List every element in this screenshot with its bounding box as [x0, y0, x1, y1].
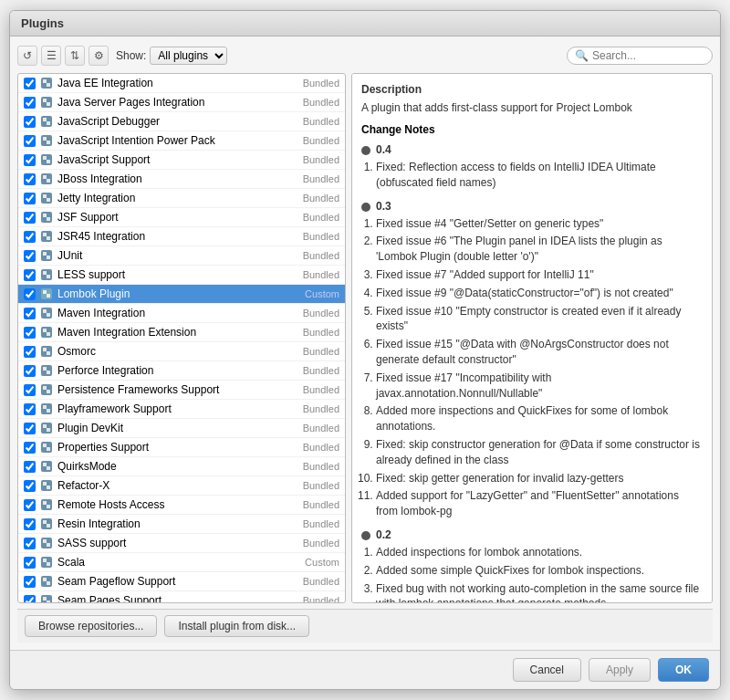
list-item[interactable]: Plugin DevKitBundled	[18, 419, 345, 438]
list-item[interactable]: Seam Pages SupportBundled	[18, 591, 345, 602]
sort-button[interactable]: ⇅	[65, 46, 85, 66]
plugin-type: Bundled	[303, 461, 339, 472]
list-item[interactable]: JSR45 IntegrationBundled	[18, 227, 345, 246]
list-item[interactable]: JavaScript DebuggerBundled	[18, 112, 345, 131]
list-item[interactable]: Jetty IntegrationBundled	[18, 189, 345, 208]
plugin-icon	[39, 76, 54, 90]
list-item[interactable]: JavaScript Intention Power PackBundled	[18, 131, 345, 151]
list-item[interactable]: Seam Pageflow SupportBundled	[18, 572, 345, 591]
plugin-name: Refactor-X	[57, 479, 299, 492]
plugin-type: Bundled	[303, 78, 339, 89]
list-item[interactable]: SASS supportBundled	[18, 534, 345, 553]
plugin-checkbox[interactable]	[24, 346, 36, 358]
list-item[interactable]: Perforce IntegrationBundled	[18, 361, 345, 381]
install-from-disk-button[interactable]: Install plugin from disk...	[164, 615, 309, 637]
plugin-checkbox[interactable]	[24, 595, 36, 603]
plugin-checkbox[interactable]	[24, 557, 36, 569]
plugin-name: LESS support	[57, 268, 299, 281]
plugin-checkbox[interactable]	[24, 154, 36, 166]
svg-rect-34	[43, 290, 47, 294]
plugin-checkbox[interactable]	[24, 327, 36, 339]
plugin-checkbox[interactable]	[24, 423, 36, 434]
version-dot	[361, 146, 370, 155]
list-item[interactable]: JSF SupportBundled	[18, 208, 345, 227]
plugin-checkbox[interactable]	[24, 518, 36, 530]
list-item[interactable]: Resin IntegrationBundled	[18, 515, 345, 534]
change-list-item: Fixed: skip constructor generation for @…	[376, 437, 703, 468]
plugin-checkbox[interactable]	[24, 97, 36, 109]
plugin-checkbox[interactable]	[24, 269, 36, 281]
svg-rect-68	[47, 505, 50, 508]
ok-button[interactable]: OK	[658, 658, 709, 682]
plugin-checkbox[interactable]	[24, 135, 36, 147]
plugin-type: Bundled	[303, 97, 339, 108]
list-item[interactable]: JavaScript SupportBundled	[18, 151, 345, 170]
svg-rect-49	[43, 386, 47, 390]
list-item[interactable]: Java EE IntegrationBundled	[18, 74, 345, 93]
list-item[interactable]: Lombok PluginCustom	[18, 285, 345, 304]
plugin-name: Jetty Integration	[57, 192, 299, 204]
plugin-name: Maven Integration	[57, 307, 299, 319]
svg-rect-32	[47, 275, 50, 278]
list-item[interactable]: Properties SupportBundled	[18, 438, 345, 457]
list-item[interactable]: Remote Hosts AccessBundled	[18, 496, 345, 515]
plugin-checkbox[interactable]	[24, 442, 36, 454]
plugin-name: JavaScript Intention Power Pack	[57, 134, 299, 147]
plugin-checkbox[interactable]	[24, 173, 36, 185]
dialog-title: Plugins	[10, 11, 720, 37]
list-item[interactable]: Persistence Frameworks SupportBundled	[18, 381, 345, 400]
svg-rect-55	[43, 424, 47, 428]
list-view-button[interactable]: ☰	[41, 46, 61, 66]
plugin-checkbox[interactable]	[24, 538, 36, 549]
apply-button[interactable]: Apply	[589, 658, 651, 682]
change-list-item: Fixed: Reflection access to fields on In…	[376, 160, 703, 191]
plugin-checkbox[interactable]	[24, 480, 36, 492]
refresh-button[interactable]: ↺	[17, 46, 37, 66]
list-item[interactable]: LESS supportBundled	[18, 266, 345, 285]
plugin-checkbox[interactable]	[24, 403, 36, 415]
version-label: 0.3	[376, 200, 391, 213]
list-item[interactable]: ScalaCustom	[18, 553, 345, 572]
plugin-checkbox[interactable]	[24, 288, 36, 300]
list-item[interactable]: JBoss IntegrationBundled	[18, 170, 345, 189]
plugin-checkbox[interactable]	[24, 461, 36, 473]
settings-button[interactable]: ⚙	[89, 46, 109, 66]
plugin-type: Bundled	[303, 116, 339, 127]
list-item[interactable]: OsmorcBundled	[18, 342, 345, 361]
list-item[interactable]: Maven Integration ExtensionBundled	[18, 323, 345, 342]
list-item[interactable]: JUnitBundled	[18, 246, 345, 266]
plugin-icon	[39, 325, 54, 340]
browse-repositories-button[interactable]: Browse repositories...	[25, 615, 157, 637]
plugin-checkbox[interactable]	[24, 78, 36, 89]
plugin-checkbox[interactable]	[24, 365, 36, 377]
list-item[interactable]: Refactor-XBundled	[18, 476, 345, 496]
plugin-checkbox[interactable]	[24, 576, 36, 588]
change-notes-container: 0.4Fixed: Reflection access to fields on…	[361, 143, 703, 603]
svg-rect-2	[47, 83, 50, 87]
cancel-button[interactable]: Cancel	[513, 658, 581, 682]
plugin-checkbox[interactable]	[24, 212, 36, 224]
dialog-footer: Cancel Apply OK	[10, 650, 720, 689]
show-select[interactable]: All plugins Enabled Disabled Bundled Cus…	[150, 47, 227, 65]
list-item[interactable]: QuirksModeBundled	[18, 457, 345, 476]
plugin-name: Seam Pages Support	[57, 594, 299, 602]
plugin-icon	[39, 133, 54, 148]
svg-rect-71	[47, 524, 50, 528]
svg-rect-28	[43, 252, 47, 256]
plugin-checkbox[interactable]	[24, 250, 36, 262]
plugin-list[interactable]: Java EE IntegrationBundled Java Server P…	[18, 74, 345, 602]
svg-rect-52	[43, 405, 47, 409]
plugin-checkbox[interactable]	[24, 308, 36, 319]
search-input[interactable]	[592, 49, 704, 62]
plugin-name: JavaScript Debugger	[57, 115, 299, 128]
plugin-checkbox[interactable]	[24, 116, 36, 128]
plugin-type: Bundled	[303, 308, 339, 319]
svg-rect-26	[47, 236, 50, 240]
plugin-checkbox[interactable]	[24, 384, 36, 396]
list-item[interactable]: Maven IntegrationBundled	[18, 304, 345, 323]
list-item[interactable]: Playframework SupportBundled	[18, 400, 345, 419]
plugin-checkbox[interactable]	[24, 193, 36, 204]
list-item[interactable]: Java Server Pages IntegrationBundled	[18, 93, 345, 112]
plugin-checkbox[interactable]	[24, 499, 36, 511]
plugin-checkbox[interactable]	[24, 231, 36, 243]
